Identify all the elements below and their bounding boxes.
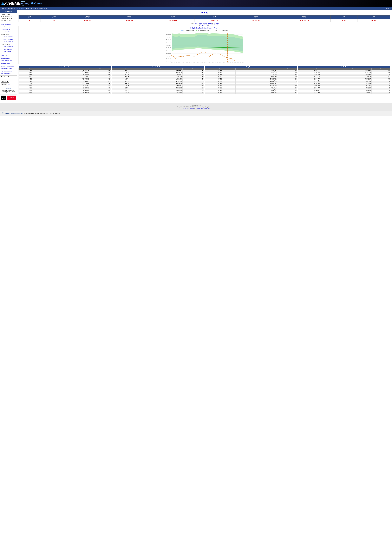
table-row: 07.23498,052,2111,418 — [19, 88, 111, 90]
wu-daily-total[interactable]: Daily Total — [214, 24, 220, 26]
nav-stats-home[interactable]: Stats Home/News — [1, 23, 16, 26]
wu-hourly[interactable]: Hourly — [195, 24, 199, 26]
list-item: 84 — [277, 90, 297, 92]
list-item: 107,584,999 — [236, 85, 277, 86]
table-row: 05.23, 9pm5,995,4128 — [298, 92, 390, 94]
sidebar-info: Update: Current 05.25.24, 9am CDT Time N… — [0, 13, 17, 22]
stat-points-week: 537,790,764 — [234, 19, 278, 22]
table-row: 05.22.2444,603,87865 — [205, 76, 297, 77]
weekly-table: Weekly Production Week Points WUs 05.19.… — [112, 66, 204, 94]
points-hourly[interactable]: Hourly — [194, 23, 198, 24]
list-item: 44,603,878 — [236, 76, 277, 77]
nav-user-overtake[interactable]: |- User Overtake — [1, 48, 16, 50]
nav-all-users[interactable]: - All Users List — [1, 28, 16, 31]
points-monthly[interactable]: Monthly — [208, 23, 212, 24]
wu-daily[interactable]: Daily — [200, 24, 203, 26]
svg-rect-38 — [216, 53, 217, 54]
merken-button[interactable]: ● Merken — [7, 96, 16, 100]
nav-stats-sig[interactable]: Stats Sig Images — [1, 62, 16, 64]
nav-reviews[interactable]: Reviews — [7, 8, 14, 10]
nav-stats-db[interactable]: Stats Database Info — [1, 59, 16, 62]
user-title-link[interactable]: Neo-52 — [201, 11, 208, 14]
table-row: 05.24, 9pm10,218,74214 — [298, 77, 390, 79]
footer-disclaimer[interactable]: Disclaimer of Liability — [182, 108, 194, 109]
nav-eoc-forums[interactable]: EOC Forums — [15, 8, 25, 10]
nav-stats-export[interactable]: Stats Export Info — [1, 57, 16, 59]
list-item: 497,694,566 — [142, 72, 183, 74]
wu-monthly[interactable]: Monthly — [209, 24, 213, 26]
list-item: 02.25.24 — [112, 92, 142, 94]
nav-home[interactable]: Home — [1, 8, 7, 10]
list-item: 04.28.24 — [112, 76, 142, 77]
footer-contact[interactable]: Contact Us — [204, 108, 210, 109]
list-item: 03.03.24 — [112, 90, 142, 92]
legend-points: -- Points — [211, 30, 217, 31]
list-item: 82 — [277, 86, 297, 88]
nav-user-future[interactable]: |- User Future — [1, 50, 16, 53]
list-item: 6,684,832 — [336, 90, 372, 92]
stat-points-last-7days: 607,903,695 — [151, 19, 195, 22]
table-row: 05.19.24108,899,480174 — [205, 81, 297, 83]
shield-icon: 🛡 — [2, 112, 4, 115]
nav-folding-stats[interactable]: Folding Stats — [38, 8, 48, 10]
svg-text:05.19: 05.19 — [223, 62, 225, 63]
nav-fah-server[interactable]: F@H Server Status — [1, 70, 16, 72]
table-row: 01.241,878,336,6402,399 — [19, 77, 111, 79]
search-input[interactable] — [1, 78, 14, 80]
legend-point-confidence: 75% Point Confidence — [196, 30, 209, 31]
list-item: 401,498,842 — [142, 86, 183, 88]
legend-trend: — Trend Line — [219, 30, 228, 31]
paypal-donate-btn[interactable]: DONATE — [5, 87, 12, 89]
nav-stats-faq[interactable]: Stats FAQ — [1, 54, 16, 57]
nav-team-summary[interactable]: |- Team Summary — [1, 36, 16, 38]
wu-weekly[interactable]: Weekly — [204, 24, 208, 26]
svg-text:120,000,000: 120,000,000 — [166, 36, 171, 38]
points-daily-total[interactable]: Daily Total — [213, 23, 219, 24]
help-link[interactable]: Help — [8, 83, 10, 85]
table-row: 11.231,064,809,2951,356 — [19, 81, 111, 83]
svg-rect-43 — [235, 60, 235, 61]
contact-us-link[interactable]: Contact Us — [384, 8, 391, 9]
nav-sep-2: | — [14, 8, 15, 10]
list-item: 576,669,212 — [142, 74, 183, 76]
points-daily[interactable]: Daily — [199, 23, 201, 24]
nav-team-overtake[interactable]: |- Team Overtake — [1, 38, 16, 40]
svg-text:110,000,000: 110,000,000 — [166, 39, 171, 40]
nav-user-summary[interactable]: |- User Summary — [1, 46, 16, 48]
cookie-settings-link[interactable]: Privacy and cookie settings — [5, 113, 23, 114]
table-row: 12.23863,766,6171,154 — [19, 79, 111, 81]
search-button[interactable]: Search — [1, 83, 7, 85]
nav-eoc-forum[interactable]: EOC F@H Forum — [1, 72, 16, 75]
nav-all-teams[interactable]: - All Teams List — [1, 31, 16, 33]
list-item: 05.24, 3am — [298, 88, 336, 90]
svg-text:04.29: 04.29 — [186, 62, 188, 63]
svg-rect-41 — [227, 58, 228, 58]
svg-text:80,000,000: 80,000,000 — [166, 47, 171, 48]
footer-copyright: Copyright © 2000-2024 EXTREME Overclocki… — [2, 106, 390, 108]
search-select[interactable]: TeamID UserID — [1, 81, 9, 83]
points-weekly[interactable]: Weekly — [203, 23, 207, 24]
nav-all-summary[interactable]: - All Summary — [1, 26, 16, 28]
list-item: 05.18.24 — [205, 83, 236, 85]
svg-text:05.11: 05.11 — [208, 62, 210, 63]
list-item: 05.21.24 — [205, 77, 236, 79]
table-row: 09.23797,431,3251,386 — [19, 85, 111, 86]
table-row: 05.24, 3pm6,288,7708 — [298, 81, 390, 83]
nav-team-users[interactable]: |- Team Users List — [1, 40, 16, 43]
navbar: Home | Reviews | EOC Forums | File Downl… — [0, 7, 392, 10]
nav-official-fah[interactable]: Official Folding@Home — [1, 65, 16, 67]
stat-points-24hr-avg: 86,843,385 — [68, 19, 108, 22]
table-row: 05.24, 12pm5,702,2507 — [298, 83, 390, 85]
svg-rect-30 — [186, 55, 187, 56]
x-post-button[interactable]: ✕ Post — [1, 96, 7, 100]
nav-file-downloads[interactable]: File Downloads — [26, 8, 37, 10]
daily-table: Daily Production Day Points WUs 05.25.24… — [205, 66, 297, 94]
list-item: 452,616,906 — [142, 83, 183, 85]
col-wus-total: WUsTotal — [331, 15, 358, 19]
footer-privacy[interactable]: Privacy Policy — [195, 108, 203, 109]
list-item: 7 — [372, 88, 390, 90]
nav-fah-support[interactable]: F@H Support Forum — [1, 67, 16, 70]
table-row: 05.25, 9am16,481,01920 — [298, 70, 390, 72]
pinterest-icon: ● — [8, 97, 9, 99]
list-item: 03.31.24 — [112, 83, 142, 85]
